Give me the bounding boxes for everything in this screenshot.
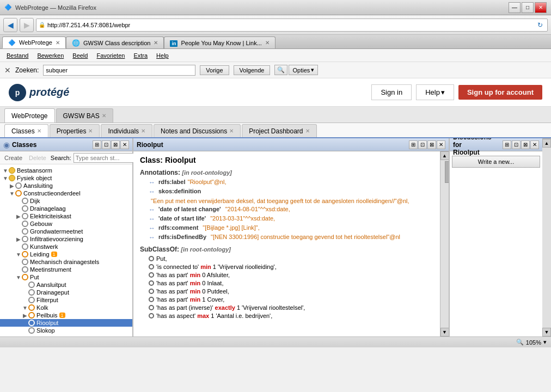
expand-grondwater[interactable] bbox=[15, 229, 22, 235]
classes-panel-btn-2[interactable]: ⊡ bbox=[102, 140, 111, 149]
menu-extra[interactable]: Extra bbox=[129, 51, 152, 60]
address-input[interactable] bbox=[47, 22, 535, 28]
tree-item-peilbuis[interactable]: ▶ Peilbuis 1 bbox=[0, 311, 132, 319]
expand-drainageput[interactable] bbox=[22, 290, 28, 296]
menu-beeld[interactable]: Beeld bbox=[68, 51, 92, 60]
expand-aansluiting[interactable]: ▶ bbox=[9, 183, 15, 189]
expand-mechanisch[interactable] bbox=[15, 259, 22, 265]
app-tab-gwswbas[interactable]: GWSW BAS ✕ bbox=[56, 108, 113, 122]
tree-item-put[interactable]: ▼ Put bbox=[0, 273, 132, 281]
expand-meetinstrument[interactable] bbox=[15, 267, 22, 273]
scroll-up-btn[interactable]: ▲ bbox=[440, 151, 449, 160]
close-btn[interactable]: ✕ bbox=[535, 2, 547, 13]
tree-item-kolk[interactable]: ▼ Kolk bbox=[0, 304, 132, 311]
main-scroll-up-btn[interactable]: ▲ bbox=[542, 139, 551, 148]
disc-panel-btn-4[interactable]: ✕ bbox=[530, 140, 539, 149]
expand-infiltratie[interactable]: ▶ bbox=[15, 236, 22, 242]
write-new-btn[interactable]: Write a new... bbox=[452, 156, 540, 168]
search-options-btn[interactable]: Opties ▾ bbox=[289, 65, 318, 75]
tree-item-drainageput[interactable]: Drainageput bbox=[0, 289, 132, 296]
classes-panel-btn-1[interactable]: ⊞ bbox=[93, 140, 101, 149]
browser-tab-gwsw[interactable]: 🌐 GWSW Class description ✕ bbox=[66, 36, 164, 48]
disc-panel-btn-1[interactable]: ⊞ bbox=[503, 140, 511, 149]
classes-panel-btn-4[interactable]: ✕ bbox=[120, 140, 129, 149]
detail-panel-btn-1[interactable]: ⊞ bbox=[409, 140, 418, 149]
delete-btn[interactable]: Delete bbox=[27, 154, 48, 162]
detail-panel-btn-4[interactable]: ✕ bbox=[437, 140, 445, 149]
sub-tab-notes-close[interactable]: ✕ bbox=[229, 128, 234, 134]
tree-item-aansluitput[interactable]: Aansluitput bbox=[0, 281, 132, 289]
tree-item-fysiek[interactable]: ▼ Fysiek object bbox=[0, 174, 132, 182]
expand-elektriciteiskast[interactable]: ▶ bbox=[15, 213, 22, 219]
tree-item-aansluiting[interactable]: ▶ Aansluiting bbox=[0, 182, 132, 189]
maximize-btn[interactable]: □ bbox=[522, 2, 534, 13]
tree-item-bestaansorm[interactable]: ▼ Bestaansorm bbox=[0, 167, 132, 174]
menu-favorieten[interactable]: Favorieten bbox=[92, 51, 129, 60]
sub-tab-individuals[interactable]: Individuals ✕ bbox=[101, 124, 152, 137]
disc-panel-btn-3[interactable]: ⊠ bbox=[521, 140, 530, 149]
tree-item-rioolput[interactable]: Rioolput bbox=[0, 319, 132, 327]
search-input[interactable] bbox=[43, 65, 195, 76]
app-tab-gwswbas-close[interactable]: ✕ bbox=[102, 113, 106, 119]
expand-filterput[interactable] bbox=[22, 297, 28, 303]
sign-in-btn[interactable]: Sign in bbox=[371, 84, 412, 100]
minimize-btn[interactable]: — bbox=[509, 2, 521, 13]
disc-panel-btn-2[interactable]: ⊡ bbox=[512, 140, 521, 149]
sub-tab-individuals-close[interactable]: ✕ bbox=[141, 128, 145, 134]
tree-item-filterput[interactable]: Filterput bbox=[0, 296, 132, 304]
search-close-btn[interactable]: ✕ bbox=[4, 66, 11, 75]
sub-tab-classes[interactable]: Classes ✕ bbox=[4, 124, 48, 137]
tab-close-webprotege[interactable]: ✕ bbox=[56, 40, 60, 46]
detail-panel-btn-3[interactable]: ⊠ bbox=[427, 140, 436, 149]
expand-kolk[interactable]: ▼ bbox=[22, 305, 28, 311]
zoom-dropdown-icon[interactable]: ▾ bbox=[543, 339, 547, 346]
signup-btn[interactable]: Sign up for account bbox=[458, 85, 542, 100]
menu-help[interactable]: Help bbox=[152, 51, 173, 60]
expand-bestaansorm[interactable]: ▼ bbox=[2, 168, 9, 174]
help-btn[interactable]: Help ▾ bbox=[416, 84, 454, 100]
back-btn[interactable]: ◀ bbox=[3, 18, 17, 32]
tree-item-slokop[interactable]: Slokop bbox=[0, 327, 132, 334]
expand-kunstwerk[interactable] bbox=[15, 244, 22, 250]
detail-scrollbar[interactable]: ▲ ▼ bbox=[440, 151, 449, 336]
classes-panel-btn-3[interactable]: ⊠ bbox=[111, 140, 120, 149]
tree-item-gebouw[interactable]: Gebouw bbox=[0, 220, 132, 228]
main-scrollbar[interactable]: ▲ ▼ bbox=[542, 138, 551, 336]
tree-item-grondwater[interactable]: Grondwatermeetnet bbox=[0, 228, 132, 235]
refresh-btn[interactable]: ↻ bbox=[535, 21, 545, 29]
search-prev-btn[interactable]: Vorige bbox=[200, 65, 229, 75]
expand-dijk[interactable] bbox=[15, 198, 22, 204]
tree-item-dijk[interactable]: Dijk bbox=[0, 197, 132, 205]
sub-tab-properties[interactable]: Properties ✕ bbox=[50, 124, 100, 137]
tree-item-mechanisch[interactable]: Mechanisch drainagestels bbox=[0, 258, 132, 266]
expand-put[interactable]: ▼ bbox=[15, 274, 22, 280]
tree-item-meetinstrument[interactable]: Meetinstrument bbox=[0, 266, 132, 273]
expand-rioolput[interactable] bbox=[22, 320, 28, 326]
sub-tab-notes[interactable]: Notes and Discussions ✕ bbox=[154, 124, 241, 137]
expand-gebouw[interactable] bbox=[15, 221, 22, 227]
expand-aansluitput[interactable] bbox=[22, 282, 28, 288]
expand-leiding[interactable]: ▼ bbox=[15, 252, 22, 258]
detail-panel-btn-2[interactable]: ⊡ bbox=[418, 140, 427, 149]
create-btn[interactable]: Create bbox=[2, 154, 25, 162]
search-next-btn[interactable]: Volgende bbox=[234, 65, 271, 75]
tab-close-linkedin[interactable]: ✕ bbox=[265, 40, 270, 46]
sub-tab-classes-close[interactable]: ✕ bbox=[37, 128, 41, 134]
tree-item-elektriciteiskast[interactable]: ▶ Elektriciteiskast bbox=[0, 212, 132, 220]
browser-tab-webprotege[interactable]: 🔷 WebProtege ✕ bbox=[2, 36, 66, 48]
expand-constructie[interactable]: ▼ bbox=[9, 191, 15, 197]
tree-item-drainagelaag[interactable]: Drainagelaag bbox=[0, 205, 132, 212]
forward-btn[interactable]: ▶ bbox=[20, 18, 34, 32]
tree-item-kunstwerk[interactable]: Kunstwerk bbox=[0, 243, 132, 250]
expand-peilbuis[interactable]: ▶ bbox=[22, 313, 28, 318]
expand-slokop[interactable] bbox=[22, 328, 28, 334]
tab-close-gwsw[interactable]: ✕ bbox=[154, 40, 158, 46]
sub-tab-properties-close[interactable]: ✕ bbox=[88, 128, 93, 134]
menu-bestand[interactable]: Bestand bbox=[2, 51, 33, 60]
tree-item-infiltratie[interactable]: ▶ Infiltratievoorziening bbox=[0, 235, 132, 243]
scroll-down-btn[interactable]: ▼ bbox=[440, 328, 449, 336]
sub-tab-project-close[interactable]: ✕ bbox=[305, 128, 310, 134]
sub-tab-project[interactable]: Project Dashboard ✕ bbox=[242, 124, 316, 137]
main-scroll-down-btn[interactable]: ▼ bbox=[542, 328, 551, 336]
tree-item-constructieonderdeel[interactable]: ▼ Constructieonderdeel bbox=[0, 189, 132, 197]
